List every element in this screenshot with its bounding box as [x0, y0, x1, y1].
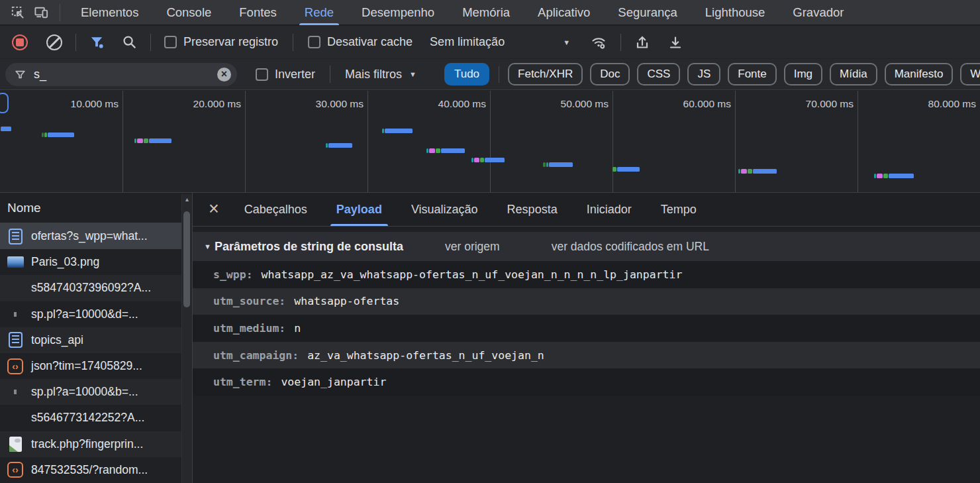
waterfall-bar[interactable]: [543, 162, 573, 167]
param-key: utm_term:: [213, 376, 272, 388]
tab-console[interactable]: Console: [152, 0, 225, 25]
timeline-selection-handle[interactable]: [0, 93, 9, 113]
param-value: az_va_whatsapp-ofertas_n_uf_voejan_n: [307, 349, 544, 362]
clear-filter-icon[interactable]: [217, 68, 231, 81]
request-row[interactable]: ‹›847532535/?random...: [0, 457, 192, 483]
request-label: s5646773142252?A...: [31, 411, 144, 425]
search-icon[interactable]: [122, 34, 137, 50]
tab-desempenho[interactable]: Desempenho: [348, 0, 448, 25]
record-icon[interactable]: [12, 34, 28, 50]
detail-tab-resposta[interactable]: Resposta: [493, 193, 572, 226]
waterfall-bar[interactable]: [426, 148, 465, 153]
tab-aplicativo[interactable]: Aplicativo: [524, 0, 604, 25]
view-urlencoded-link[interactable]: ver dados codificados em URL: [552, 240, 709, 254]
inspect-element-icon[interactable]: [5, 3, 29, 23]
request-row[interactable]: sp.pl?a=10000&b=...: [0, 379, 192, 405]
waterfall-bar[interactable]: [134, 138, 172, 143]
filter-chip-fonte[interactable]: Fonte: [728, 63, 776, 85]
request-row[interactable]: ‹›json?tim=17405829...: [0, 353, 192, 379]
tab-elementos[interactable]: Elementos: [67, 0, 152, 25]
waterfall-bar[interactable]: [1, 126, 11, 131]
image-icon: [7, 435, 24, 453]
waterfall-bar[interactable]: [471, 157, 505, 162]
device-toolbar-icon[interactable]: [29, 3, 53, 23]
disclosure-triangle-icon: [204, 242, 211, 250]
request-detail-panel: CabeçalhosPayloadVisualizaçãoRespostaIni…: [192, 193, 980, 483]
clear-icon[interactable]: [46, 34, 62, 50]
waterfall-bar[interactable]: [874, 173, 914, 178]
filter-icon[interactable]: [89, 34, 105, 50]
filter-chip-css[interactable]: CSS: [637, 63, 680, 85]
request-list-scrollbar[interactable]: [181, 194, 192, 483]
request-label: s58474037396092?A...: [31, 281, 151, 295]
param-row: utm_medium:n: [193, 315, 980, 342]
filter-chip-fetch-xhr[interactable]: Fetch/XHR: [508, 63, 583, 85]
filter-chip-manifesto[interactable]: Manifesto: [885, 63, 954, 85]
waterfall-bar[interactable]: [42, 132, 74, 137]
filter-input[interactable]: [32, 67, 217, 82]
filter-chip-doc[interactable]: Doc: [590, 63, 630, 85]
query-params-section-header[interactable]: Parâmetros de string de consulta ver ori…: [193, 232, 980, 261]
detail-tab-payload[interactable]: Payload: [322, 193, 397, 226]
detail-tab-visualizacao[interactable]: Visualização: [397, 193, 493, 226]
invert-checkbox[interactable]: [256, 68, 268, 81]
tab-fontes[interactable]: Fontes: [225, 0, 291, 25]
close-icon[interactable]: [209, 200, 219, 218]
devtools-tab-bar: ElementosConsoleFontesRedeDesempenhoMemó…: [0, 0, 980, 25]
waterfall-bar[interactable]: [382, 128, 413, 133]
toolbar-divider: [293, 34, 293, 51]
document-icon: [7, 228, 24, 245]
scrollbar-thumb[interactable]: [183, 211, 190, 307]
timeline-gridline: [368, 91, 368, 192]
detail-tab-tempo[interactable]: Tempo: [646, 193, 711, 226]
request-row[interactable]: sp.pl?a=10000&d=...: [0, 301, 192, 327]
tab-memoria[interactable]: Memória: [448, 0, 524, 25]
import-har-icon[interactable]: [634, 34, 650, 50]
view-source-link[interactable]: ver origem: [445, 240, 500, 254]
throttling-select[interactable]: Sem limitação: [430, 35, 570, 49]
preserve-log-label: Preservar registro: [183, 35, 278, 49]
waterfall-bar[interactable]: [738, 168, 777, 174]
request-row[interactable]: s58474037396092?A...: [0, 275, 192, 301]
filter-chip-midia[interactable]: Mídia: [830, 63, 877, 85]
filter-chip-ws[interactable]: WS: [960, 63, 980, 85]
export-har-icon[interactable]: [667, 34, 683, 50]
tab-rede[interactable]: Rede: [291, 0, 348, 25]
devtools-window: ElementosConsoleFontesRedeDesempenhoMemó…: [0, 0, 980, 483]
more-filters-dropdown[interactable]: Mais filtros: [345, 68, 402, 81]
scroll-up-icon[interactable]: [182, 194, 192, 204]
request-label: sp.pl?a=10000&d=...: [31, 307, 138, 321]
tab-gravador[interactable]: Gravador: [779, 0, 858, 25]
detail-tab-iniciador[interactable]: Iniciador: [572, 193, 646, 226]
request-row[interactable]: Paris_03.png: [0, 249, 192, 275]
param-key: utm_medium:: [213, 322, 285, 335]
waterfall-bar[interactable]: [612, 166, 640, 172]
filter-chip-js[interactable]: JS: [687, 63, 720, 85]
filter-chip-img[interactable]: Img: [784, 63, 822, 85]
preserve-log-checkbox[interactable]: [164, 36, 177, 48]
timeline-tick-label: 60.000 ms: [661, 98, 731, 110]
request-icon-placeholder: [7, 280, 24, 297]
throttling-value: Sem limitação: [430, 35, 505, 49]
timeline-gridline: [735, 91, 736, 192]
network-conditions-icon[interactable]: [590, 34, 607, 50]
request-icon-placeholder: [7, 409, 24, 427]
request-label: ofertas?s_wpp=what...: [31, 229, 148, 243]
filter-chip-tudo[interactable]: Tudo: [444, 63, 489, 85]
pixel-image-icon: [7, 384, 24, 401]
request-row[interactable]: topics_api: [0, 327, 192, 353]
request-row[interactable]: track.php?fingerprin...: [0, 431, 192, 457]
toolbar-divider: [75, 34, 76, 51]
detail-tab-cabecalhos[interactable]: Cabeçalhos: [230, 193, 322, 226]
param-value: n: [294, 322, 301, 335]
request-row[interactable]: s5646773142252?A...: [0, 405, 192, 431]
waterfall-bar[interactable]: [326, 142, 352, 148]
disable-cache-checkbox[interactable]: [308, 36, 320, 48]
request-list-header[interactable]: Nome: [0, 193, 192, 223]
toolbar-divider: [60, 4, 60, 21]
tab-lighthouse[interactable]: Lighthouse: [691, 0, 779, 25]
timeline-overview[interactable]: 10.000 ms20.000 ms30.000 ms40.000 ms50.0…: [0, 91, 980, 192]
tab-seguranca[interactable]: Segurança: [604, 0, 691, 25]
request-row[interactable]: ofertas?s_wpp=what...: [0, 223, 192, 249]
chevron-down-icon: [409, 70, 416, 78]
